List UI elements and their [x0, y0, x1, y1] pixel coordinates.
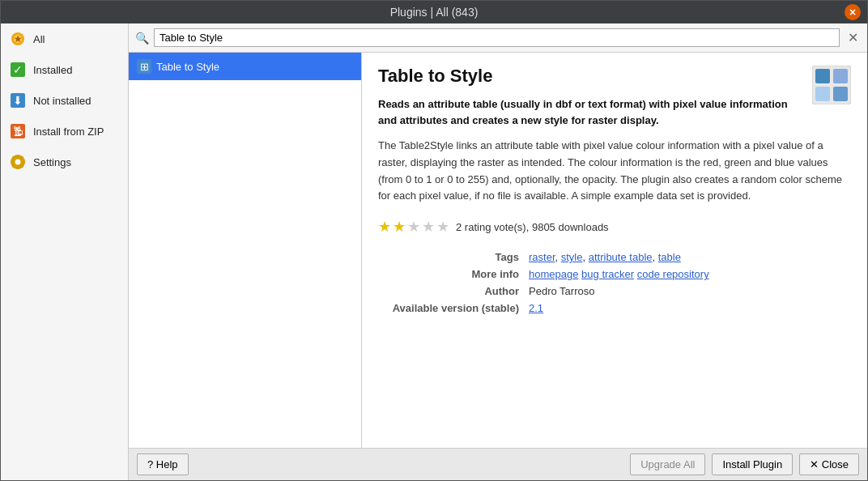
plugin-summary: Reads an attribute table (usually in dbf… [378, 96, 851, 128]
more-info-row: More info homepage bug tracker code repo… [378, 266, 851, 283]
svg-rect-25 [833, 87, 848, 101]
plugin-detail: Table to Style Reads an attribute table … [362, 53, 867, 448]
installed-icon: ✓ [9, 61, 27, 79]
bottom-right: Upgrade All Install Plugin ✕ Close [630, 453, 859, 475]
tags-label: Tags [378, 249, 524, 266]
code-repository-link[interactable]: code repository [637, 268, 709, 280]
right-panel: 🔍 Table to Style ✕ ⊞ Table to S [129, 23, 867, 480]
search-input[interactable]: Table to Style [154, 28, 840, 47]
svg-point-10 [15, 160, 21, 165]
install-plugin-button[interactable]: Install Plugin [712, 453, 793, 475]
sidebar-item-install-from-zip-label: Install from ZIP [33, 126, 104, 138]
settings-icon [9, 153, 27, 171]
dialog: Plugins | All (843) × ★ All [0, 0, 868, 481]
upgrade-all-button[interactable]: Upgrade All [630, 453, 705, 475]
sidebar-item-not-installed[interactable]: ⬇ Not installed [1, 85, 128, 116]
svg-line-17 [21, 157, 23, 159]
more-info-label: More info [378, 266, 524, 283]
sidebar-item-not-installed-label: Not installed [33, 95, 91, 107]
star-5: ★ [436, 218, 449, 236]
sidebar-item-install-from-zip[interactable]: 🗜 Install from ZIP [1, 116, 128, 147]
star-4: ★ [422, 218, 435, 236]
zip-icon: 🗜 [9, 122, 27, 140]
sidebar: ★ All ✓ Installed [1, 23, 129, 480]
plugin-large-icon [812, 66, 851, 107]
author-label: Author [378, 283, 524, 300]
plugin-list-icon: ⊞ [137, 59, 151, 74]
version-row: Available version (stable) 2.1 [378, 300, 851, 317]
tags-values: raster, style, attribute table, table [524, 249, 851, 266]
not-installed-icon: ⬇ [9, 92, 27, 109]
tag-raster[interactable]: raster [529, 251, 555, 263]
svg-line-18 [13, 165, 15, 167]
version-link[interactable]: 2.1 [529, 302, 543, 314]
content-area: ⊞ Table to Style [129, 53, 867, 448]
svg-line-16 [21, 165, 23, 167]
plugin-name: Table to Style [378, 66, 851, 87]
title: Plugins | All (843) [390, 6, 479, 19]
plugin-list-item-label: Table to Style [156, 61, 219, 73]
titlebar: Plugins | All (843) × [1, 1, 867, 23]
version-label: Available version (stable) [378, 300, 524, 317]
rating-text: 2 rating vote(s), 9805 downloads [456, 221, 609, 233]
homepage-link[interactable]: homepage [529, 268, 578, 280]
clear-search-button[interactable]: ✕ [845, 30, 861, 46]
all-icon: ★ [9, 30, 27, 48]
author-row: Author Pedro Tarroso [378, 283, 851, 300]
svg-text:✓: ✓ [13, 63, 23, 76]
svg-text:🗜: 🗜 [13, 126, 23, 138]
svg-line-15 [13, 157, 15, 159]
svg-text:★: ★ [14, 34, 23, 44]
sidebar-item-installed-label: Installed [33, 64, 72, 76]
search-icon: 🔍 [135, 32, 149, 45]
close-footer-button[interactable]: ✕ Close [799, 453, 859, 475]
plugin-list-item[interactable]: ⊞ Table to Style [129, 53, 361, 80]
star-3: ★ [407, 218, 420, 236]
sidebar-item-settings-label: Settings [33, 156, 71, 168]
sidebar-item-installed[interactable]: ✓ Installed [1, 54, 128, 85]
star-1: ★ [378, 218, 391, 236]
svg-rect-24 [815, 87, 830, 101]
tags-row: Tags raster, style, attribute table, tab… [378, 249, 851, 266]
star-2: ★ [393, 218, 406, 236]
bug-tracker-link[interactable]: bug tracker [581, 268, 634, 280]
tag-table[interactable]: table [658, 251, 681, 263]
plugin-list: ⊞ Table to Style [129, 53, 362, 448]
sidebar-item-all-label: All [33, 33, 45, 45]
bottom-bar: ? Help Upgrade All Install Plugin ✕ Clos… [129, 448, 867, 480]
tag-style[interactable]: style [561, 251, 583, 263]
help-button[interactable]: ? Help [137, 453, 189, 475]
bottom-left: ? Help [137, 453, 189, 475]
close-icon[interactable]: × [845, 4, 861, 20]
plugin-description: The Table2Style links an attribute table… [378, 138, 851, 205]
svg-rect-22 [815, 69, 830, 83]
rating-row: ★ ★ ★ ★ ★ 2 rating vote(s), 9805 downloa… [378, 218, 851, 236]
more-info-values: homepage bug tracker code repository [524, 266, 851, 283]
sidebar-item-all[interactable]: ★ All [1, 23, 128, 54]
version-value: 2.1 [524, 300, 851, 317]
tag-attribute-table[interactable]: attribute table [589, 251, 653, 263]
main-content: ★ All ✓ Installed [1, 23, 867, 480]
svg-rect-23 [833, 69, 848, 83]
search-bar: 🔍 Table to Style ✕ [129, 23, 867, 53]
author-value: Pedro Tarroso [524, 283, 851, 300]
svg-text:⬇: ⬇ [13, 94, 23, 107]
svg-text:⊞: ⊞ [140, 61, 149, 73]
sidebar-item-settings[interactable]: Settings [1, 147, 128, 177]
meta-table: Tags raster, style, attribute table, tab… [378, 249, 851, 317]
stars: ★ ★ ★ ★ ★ [378, 218, 449, 236]
